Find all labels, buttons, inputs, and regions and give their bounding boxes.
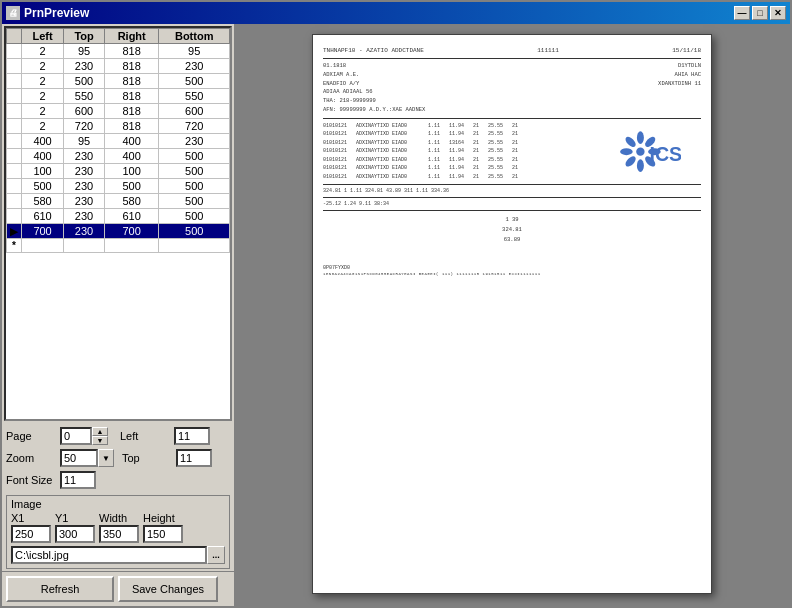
row-cell-3 <box>104 239 158 253</box>
browse-button[interactable]: ... <box>207 546 225 564</box>
page-down-btn[interactable]: ▼ <box>92 436 108 445</box>
col-header-bottom: Bottom <box>159 29 230 44</box>
height-input[interactable] <box>143 525 183 543</box>
page-up-btn[interactable]: ▲ <box>92 427 108 436</box>
row-cell-4: 500 <box>159 74 230 89</box>
minimize-button[interactable]: — <box>734 6 750 20</box>
zoom-input[interactable] <box>60 449 98 467</box>
col-header-left: Left <box>22 29 64 44</box>
table-row[interactable]: 400230400500 <box>7 149 230 164</box>
zoom-dropdown-btn[interactable]: ▼ <box>98 449 114 467</box>
left-label: Left <box>120 430 170 442</box>
title-controls: — □ ✕ <box>734 6 786 20</box>
fax-info: AHIA HAC <box>658 71 701 80</box>
table-row[interactable]: ▶700230700500 <box>7 224 230 239</box>
image-fields: X1 Y1 Width Height <box>11 512 225 543</box>
preview-header-left: TNHNAPF10 - AZATIO ADDCTDANE <box>323 47 424 54</box>
row-cell-4: 550 <box>159 89 230 104</box>
row-cell-4: 720 <box>159 119 230 134</box>
data-table: Left Top Right Bottom 295818952230818230… <box>6 28 230 253</box>
action-buttons: Refresh Save Changes <box>2 571 234 606</box>
row-cell-2: 230 <box>64 164 105 179</box>
row-cell-1 <box>22 239 64 253</box>
row-cell-1: 400 <box>22 149 64 164</box>
maximize-button[interactable]: □ <box>752 6 768 20</box>
row-cell-3: 580 <box>104 194 158 209</box>
zoom-combo: ▼ <box>60 449 114 467</box>
summary3: 63.89 <box>323 235 701 245</box>
y1-input[interactable] <box>55 525 95 543</box>
x1-field: X1 <box>11 512 51 543</box>
top-label: Top <box>122 452 172 464</box>
font-size-input[interactable] <box>60 471 96 489</box>
bottom-panel: Page ▲ ▼ Left Zoom <box>2 423 234 571</box>
y1-field: Y1 <box>55 512 95 543</box>
width-input[interactable] <box>99 525 139 543</box>
table-row[interactable]: * <box>7 239 230 253</box>
table-row[interactable]: 2500818500 <box>7 74 230 89</box>
row-cell-1: 700 <box>22 224 64 239</box>
row-indicator <box>7 164 22 179</box>
font-size-label: Font Size <box>6 474 56 486</box>
company-info: 01.1818 ADXIAM A.E. ENADFIO A/Y ADIAA AD… <box>323 62 425 115</box>
preview-header-right: 15/11/18 <box>672 47 701 54</box>
row-cell-3: 818 <box>104 44 158 59</box>
row-cell-2: 230 <box>64 179 105 194</box>
row-indicator <box>7 209 22 224</box>
svg-point-2 <box>637 159 644 172</box>
row-cell-1: 400 <box>22 134 64 149</box>
preview-totals: 324.81 1 1.11 324.81 43.89 311 1.11 334.… <box>323 188 701 194</box>
table-row[interactable]: 500230500500 <box>7 179 230 194</box>
left-panel: Left Top Right Bottom 295818952230818230… <box>2 24 234 606</box>
company-phone: THA: 218-9999999 <box>323 97 425 106</box>
totals-row2: -25.12 1.24 9.11 38:34 <box>323 201 701 207</box>
main-window: 🖨 PrnPreview — □ ✕ Left Top Right <box>0 0 792 608</box>
table-row[interactable]: 2600818600 <box>7 104 230 119</box>
font-size-row: Font Size <box>6 471 230 489</box>
table-row[interactable]: 40095400230 <box>7 134 230 149</box>
data-table-container[interactable]: Left Top Right Bottom 295818952230818230… <box>4 26 232 421</box>
file-row: ... <box>11 546 225 564</box>
preview-summary: 1 39 324.81 63.89 <box>323 215 701 245</box>
table-row[interactable]: 610230610500 <box>7 209 230 224</box>
svg-point-1 <box>637 131 644 144</box>
row-cell-2: 720 <box>64 119 105 134</box>
x1-input[interactable] <box>11 525 51 543</box>
row-indicator: * <box>7 239 22 253</box>
row-indicator <box>7 149 22 164</box>
page-input[interactable] <box>60 427 92 445</box>
row-cell-1: 580 <box>22 194 64 209</box>
svg-point-0 <box>636 147 644 155</box>
barcode-line: 1EN0A2A4CA01S1FSCO0455EACRAYEASI BEAEEI(… <box>323 272 701 276</box>
save-changes-button[interactable]: Save Changes <box>118 576 218 602</box>
table-row[interactable]: 100230100500 <box>7 164 230 179</box>
row-cell-4: 95 <box>159 44 230 59</box>
col-header-right: Right <box>104 29 158 44</box>
left-input[interactable] <box>174 427 210 445</box>
close-button[interactable]: ✕ <box>770 6 786 20</box>
height-field: Height <box>143 512 183 543</box>
preview-header: TNHNAPF10 - AZATIO ADDCTDANE 111111 15/1… <box>323 47 701 54</box>
row-cell-3: 400 <box>104 134 158 149</box>
page-label: Page <box>6 430 56 442</box>
window-title: PrnPreview <box>24 6 89 20</box>
company-dept: ENADFIO A/Y <box>323 80 425 89</box>
row-cell-2 <box>64 239 105 253</box>
row-cell-3: 700 <box>104 224 158 239</box>
table-row[interactable]: 580230580500 <box>7 194 230 209</box>
row-cell-3: 500 <box>104 179 158 194</box>
row-cell-1: 100 <box>22 164 64 179</box>
table-row[interactable]: 2550818550 <box>7 89 230 104</box>
file-path-input[interactable] <box>11 546 207 564</box>
row-cell-3: 610 <box>104 209 158 224</box>
refresh-button[interactable]: Refresh <box>6 576 114 602</box>
table-row[interactable]: 2230818230 <box>7 59 230 74</box>
top-input[interactable] <box>176 449 212 467</box>
row-cell-4: 500 <box>159 194 230 209</box>
table-row[interactable]: 2720818720 <box>7 119 230 134</box>
summary1: 1 39 <box>323 215 701 225</box>
svg-point-8 <box>624 154 638 168</box>
window-icon: 🖨 <box>6 6 20 20</box>
svg-text:ICS: ICS <box>650 143 682 165</box>
table-row[interactable]: 29581895 <box>7 44 230 59</box>
